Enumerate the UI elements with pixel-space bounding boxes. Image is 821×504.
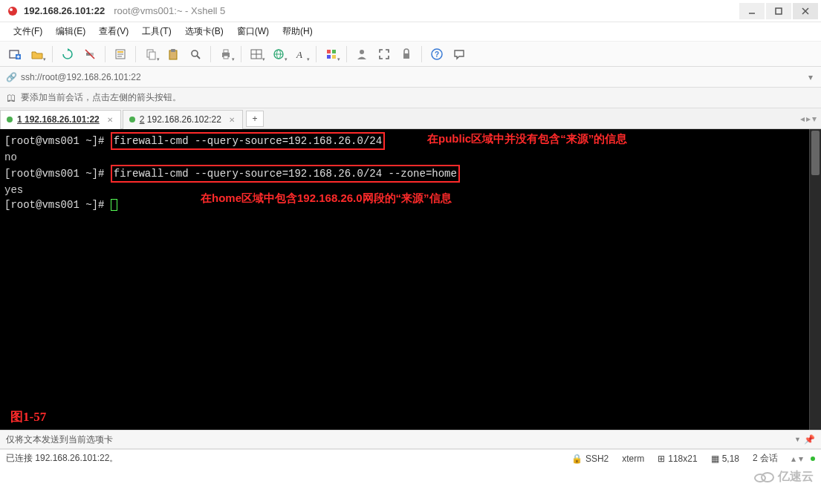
tab1-label: 192.168.26.101:22 bbox=[22, 114, 100, 125]
menu-tools[interactable]: 工具(T) bbox=[136, 23, 177, 40]
new-session-button[interactable] bbox=[4, 45, 25, 64]
lock-button[interactable] bbox=[396, 45, 417, 64]
properties-button[interactable] bbox=[110, 45, 131, 64]
fullscreen-button[interactable] bbox=[374, 45, 395, 64]
print-button[interactable] bbox=[215, 45, 236, 64]
terminal-scrollbar[interactable] bbox=[809, 129, 821, 430]
svg-text:?: ? bbox=[435, 50, 439, 59]
chevron-down-icon[interactable]: ▾ bbox=[805, 72, 817, 82]
title-main: 192.168.26.101:22 bbox=[24, 5, 105, 16]
tab-session-1[interactable]: 1 192.168.26.101:22 ✕ bbox=[0, 110, 121, 129]
svg-point-21 bbox=[192, 50, 198, 56]
status-size: 118x21 bbox=[668, 454, 697, 464]
help-button[interactable]: ? bbox=[426, 45, 447, 64]
annotation-2: 在home区域中包含192.168.26.0网段的“来源”信息 bbox=[201, 192, 452, 206]
tab-list-icon[interactable]: ▾ bbox=[812, 114, 817, 124]
reconnect-button[interactable] bbox=[57, 45, 78, 64]
grid-icon: ⊞ bbox=[658, 454, 665, 464]
font-button[interactable]: A bbox=[291, 45, 311, 64]
new-tab-button[interactable]: + bbox=[246, 111, 264, 127]
status-term: xterm bbox=[622, 454, 644, 464]
address-text: ssh://root@192.168.26.101:22 bbox=[21, 72, 805, 82]
menu-help[interactable]: 帮助(H) bbox=[276, 23, 319, 40]
bookmark-icon[interactable]: 🕮 bbox=[4, 93, 18, 103]
disconnect-button[interactable] bbox=[79, 45, 100, 64]
svg-rect-34 bbox=[332, 50, 336, 53]
menu-file[interactable]: 文件(F) bbox=[7, 23, 48, 40]
minimize-button[interactable] bbox=[739, 3, 765, 19]
menubar: 文件(F) 编辑(E) 查看(V) 工具(T) 选项卡(B) 窗口(W) 帮助(… bbox=[0, 22, 821, 42]
chevron-up-icon[interactable]: ▴ bbox=[791, 454, 796, 464]
prompt: [root@vms001 ~]# bbox=[4, 199, 111, 211]
open-button[interactable] bbox=[27, 45, 48, 64]
color-button[interactable] bbox=[321, 45, 342, 64]
app-icon bbox=[6, 4, 19, 18]
paste-button[interactable] bbox=[163, 45, 184, 64]
watermark: 亿速云 bbox=[754, 469, 814, 485]
separator-icon bbox=[346, 46, 347, 62]
maximize-button[interactable] bbox=[766, 3, 791, 19]
encoding-button[interactable] bbox=[268, 45, 289, 64]
svg-rect-25 bbox=[224, 56, 228, 59]
status-bar: 已连接 192.168.26.101:22。 🔒SSH2 xterm ⊞118x… bbox=[0, 449, 821, 467]
toolbar: A ? bbox=[0, 42, 821, 67]
svg-point-41 bbox=[755, 474, 765, 482]
chevron-down-icon[interactable]: ▾ bbox=[799, 454, 803, 464]
status-pos: 5,18 bbox=[722, 454, 739, 464]
svg-point-1 bbox=[10, 8, 13, 11]
separator-icon bbox=[241, 46, 241, 62]
svg-point-42 bbox=[762, 473, 773, 482]
menu-edit[interactable]: 编辑(E) bbox=[50, 23, 91, 40]
hint-bar: 🕮 要添加当前会话，点击左侧的箭头按钮。 bbox=[0, 88, 821, 108]
separator-icon bbox=[105, 46, 106, 62]
tab2-label: 192.168.26.102:22 bbox=[144, 114, 221, 125]
link-icon: 🔗 bbox=[4, 72, 18, 82]
close-button[interactable] bbox=[793, 3, 818, 19]
menu-window[interactable]: 窗口(W) bbox=[231, 23, 275, 40]
address-bar[interactable]: 🔗 ssh://root@192.168.26.101:22 ▾ bbox=[0, 67, 821, 88]
status-sessions: 2 会话 bbox=[753, 452, 778, 465]
status-dot-icon bbox=[7, 117, 13, 122]
watermark-text: 亿速云 bbox=[778, 469, 814, 485]
svg-rect-20 bbox=[171, 49, 175, 52]
tab-prev-icon[interactable]: ◂ bbox=[800, 114, 805, 124]
annotation-1: 在public区域中并没有包含“来源”的信息 bbox=[427, 132, 627, 146]
terminal[interactable]: [root@vms001 ~]# firewall-cmd --query-so… bbox=[0, 129, 821, 430]
status-connection: 已连接 192.168.26.101:22。 bbox=[6, 452, 118, 465]
tab1-prefix: 1 bbox=[17, 114, 22, 125]
dest-text: 仅将文本发送到当前选项卡 bbox=[6, 433, 113, 446]
position-icon: ▦ bbox=[711, 454, 719, 464]
separator-icon bbox=[316, 46, 317, 62]
svg-line-22 bbox=[197, 56, 200, 59]
close-icon[interactable]: ✕ bbox=[107, 116, 113, 124]
feedback-button[interactable] bbox=[449, 45, 470, 64]
hint-text: 要添加当前会话，点击左侧的箭头按钮。 bbox=[21, 91, 181, 104]
user-button[interactable] bbox=[351, 45, 372, 64]
menu-view[interactable]: 查看(V) bbox=[93, 23, 134, 40]
menu-tabs[interactable]: 选项卡(B) bbox=[179, 23, 230, 40]
title-sub: root@vms001:~ - Xshell 5 bbox=[114, 5, 225, 16]
svg-rect-3 bbox=[776, 8, 782, 14]
close-icon[interactable]: ✕ bbox=[229, 116, 235, 124]
svg-rect-35 bbox=[327, 55, 331, 59]
send-destination-bar: 仅将文本发送到当前选项卡 ▼ 📌 bbox=[0, 430, 821, 449]
figure-label: 图1-57 bbox=[10, 408, 46, 425]
svg-rect-36 bbox=[332, 55, 336, 59]
svg-rect-33 bbox=[327, 50, 331, 53]
tab-session-2[interactable]: 2 192.168.26.102:22 ✕ bbox=[123, 110, 243, 129]
pin-icon[interactable]: 📌 bbox=[804, 434, 815, 445]
copy-button[interactable] bbox=[140, 45, 161, 64]
svg-point-37 bbox=[360, 50, 364, 54]
svg-text:A: A bbox=[296, 49, 302, 60]
chevron-down-icon[interactable]: ▼ bbox=[794, 436, 801, 443]
layout-button[interactable] bbox=[246, 45, 267, 64]
status-protocol: SSH2 bbox=[585, 454, 609, 464]
command-2: firewall-cmd --query-source=192.168.26.0… bbox=[111, 165, 460, 183]
tabs-bar: 1 192.168.26.101:22 ✕ 2 192.168.26.102:2… bbox=[0, 108, 821, 129]
tab-next-icon[interactable]: ▸ bbox=[806, 114, 811, 124]
lock-icon: 🔒 bbox=[571, 454, 583, 464]
separator-icon bbox=[210, 46, 211, 62]
output-1: no bbox=[4, 150, 805, 165]
scrollbar-thumb[interactable] bbox=[811, 131, 820, 175]
find-button[interactable] bbox=[185, 45, 206, 64]
